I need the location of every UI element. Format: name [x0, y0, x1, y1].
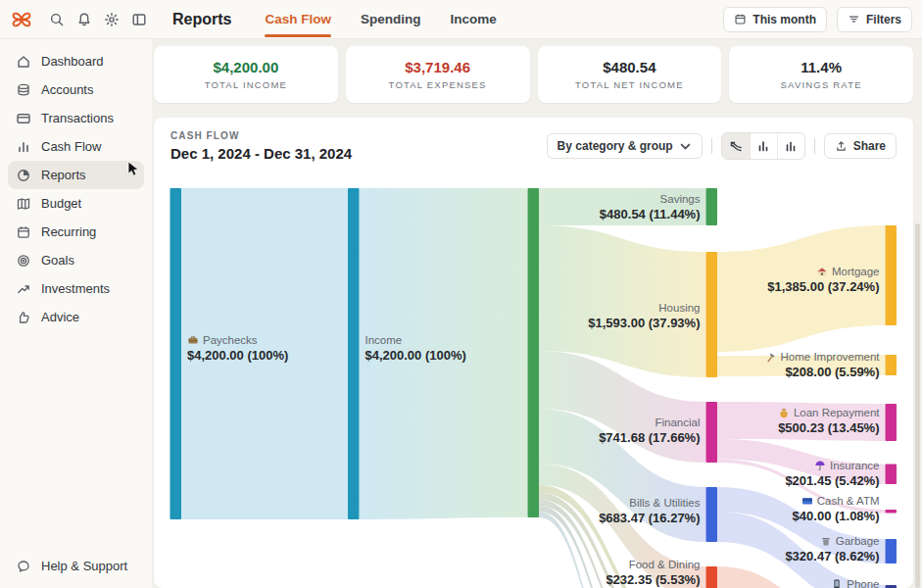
- filters-button[interactable]: Filters: [837, 7, 912, 32]
- sidebar-item-label: Advice: [41, 310, 79, 324]
- sankey-node-paychecks[interactable]: [170, 188, 182, 519]
- sidebar-item-help-support[interactable]: Help & Support: [8, 552, 144, 580]
- tab-cash-flow[interactable]: Cash Flow: [265, 0, 331, 39]
- sidebar-item-dashboard[interactable]: Dashboard: [8, 47, 144, 75]
- sidebar-item-budget[interactable]: Budget: [8, 189, 144, 218]
- credit-card-icon: [16, 111, 31, 126]
- chart-controls: By category & group: [547, 132, 897, 160]
- sidebar-item-label: Cash Flow: [41, 139, 101, 154]
- sankey-link-split-savings[interactable]: [539, 188, 706, 225]
- chevron-down-icon: [679, 140, 692, 153]
- gear-icon[interactable]: [104, 12, 120, 27]
- sankey-icon: [729, 139, 743, 153]
- divider: [711, 138, 712, 154]
- sidebar-item-label: Goals: [41, 253, 74, 268]
- search-icon[interactable]: [49, 12, 65, 27]
- sidebar-item-cash-flow[interactable]: Cash Flow: [8, 132, 144, 161]
- stat-label: TOTAL NET INCOME: [575, 79, 684, 90]
- sidebar-item-label: Transactions: [41, 111, 114, 125]
- stat-value: $480.54: [603, 59, 655, 75]
- tab-spending[interactable]: Spending: [361, 0, 421, 39]
- filters-label: Filters: [866, 13, 901, 26]
- panel-toggle-icon[interactable]: [131, 12, 147, 27]
- trend-up-icon: [16, 281, 31, 297]
- filter-icon: [848, 13, 860, 25]
- cash-flow-header: CASH FLOW Dec 1, 2024 - Dec 31, 2024: [170, 130, 352, 162]
- sankey-node-home_improvement[interactable]: [886, 355, 898, 375]
- tab-income[interactable]: Income: [450, 0, 496, 39]
- topbar-icons: [49, 12, 147, 27]
- stat-card-total-net-income: $480.54 TOTAL NET INCOME: [538, 46, 722, 103]
- sankey-node-cash_atm[interactable]: [886, 510, 898, 514]
- sankey-node-food[interactable]: [706, 566, 718, 588]
- sankey-link-income-split[interactable]: [360, 188, 528, 519]
- sidebar-item-investments[interactable]: Investments: [8, 274, 144, 303]
- bell-icon[interactable]: [76, 12, 92, 27]
- cash-flow-sankey-chart[interactable]: [157, 181, 916, 588]
- sidebar-item-recurring[interactable]: Recurring: [8, 218, 144, 246]
- summary-cards: $4,200.00 TOTAL INCOME $3,719.46 TOTAL E…: [154, 46, 913, 103]
- sankey-node-insurance[interactable]: [886, 465, 898, 485]
- sankey-node-savings[interactable]: [706, 188, 718, 225]
- chat-bubble-icon: [16, 559, 31, 574]
- thumbs-up-icon: [16, 310, 31, 325]
- bar-chart-view-button[interactable]: [750, 133, 777, 159]
- topbar: Reports Cash Flow Spending Income This m…: [0, 0, 922, 39]
- share-icon: [835, 140, 848, 153]
- layers-icon: [16, 82, 31, 98]
- sankey-node-loan_repayment[interactable]: [886, 404, 898, 441]
- target-icon: [16, 253, 31, 269]
- stacked-bar-view-button[interactable]: [777, 133, 804, 159]
- date-range-button[interactable]: This month: [723, 7, 827, 32]
- sankey-link-financial-loan_repayment[interactable]: [717, 402, 886, 441]
- sankey-view-button[interactable]: [722, 133, 750, 159]
- stat-label: SAVINGS RATE: [781, 79, 862, 90]
- sankey-node-garbage[interactable]: [886, 539, 898, 564]
- stacked-bar-icon: [784, 139, 798, 153]
- divider: [814, 138, 815, 154]
- calendar-icon: [16, 224, 31, 240]
- sidebar-item-label: Investments: [41, 281, 110, 296]
- sidebar-item-label: Budget: [41, 196, 81, 211]
- group-by-label: By category & group: [558, 139, 673, 153]
- sidebar-item-label: Accounts: [41, 82, 93, 97]
- sankey-node-split[interactable]: [528, 188, 540, 517]
- sidebar-item-accounts[interactable]: Accounts: [8, 75, 144, 104]
- topbar-actions: This month Filters: [723, 7, 922, 32]
- sankey-node-income[interactable]: [348, 188, 360, 519]
- sankey-link-housing-mortgage[interactable]: [717, 225, 886, 352]
- sidebar-item-goals[interactable]: Goals: [8, 246, 144, 274]
- chart-type-switcher: [721, 132, 805, 160]
- sankey-link-paychecks-income[interactable]: [181, 188, 348, 519]
- bar-chart-icon: [16, 139, 31, 155]
- bar-chart-icon: [756, 139, 770, 153]
- stat-card-savings-rate: 11.4% SAVINGS RATE: [729, 46, 913, 103]
- sidebar-item-reports[interactable]: Reports: [8, 161, 144, 189]
- stat-card-total-expenses: $3,719.46 TOTAL EXPENSES: [346, 46, 530, 103]
- app-logo-icon[interactable]: [10, 8, 33, 31]
- sidebar-item-label: Dashboard: [41, 54, 104, 69]
- date-range-title: Dec 1, 2024 - Dec 31, 2024: [170, 145, 352, 162]
- sankey-node-bills[interactable]: [706, 487, 718, 542]
- scrollbar-thumb[interactable]: [915, 223, 920, 588]
- calendar-icon: [734, 13, 747, 25]
- stat-value: $3,719.46: [405, 59, 470, 75]
- sankey-node-mortgage[interactable]: [886, 225, 898, 325]
- report-tabs: Cash Flow Spending Income: [265, 0, 496, 39]
- group-by-dropdown[interactable]: By category & group: [547, 133, 703, 159]
- stat-label: TOTAL INCOME: [205, 79, 287, 90]
- sankey-link-housing-home_improvement[interactable]: [717, 355, 886, 376]
- sidebar-item-transactions[interactable]: Transactions: [8, 104, 144, 132]
- map-icon: [16, 196, 31, 212]
- stat-card-total-income: $4,200.00 TOTAL INCOME: [154, 46, 338, 103]
- stat-value: 11.4%: [801, 59, 842, 75]
- sidebar-item-advice[interactable]: Advice: [8, 303, 144, 331]
- share-button[interactable]: Share: [824, 133, 897, 159]
- sankey-node-housing[interactable]: [706, 252, 718, 377]
- sidebar-item-label: Recurring: [41, 224, 96, 239]
- home-icon: [16, 54, 31, 70]
- stat-label: TOTAL EXPENSES: [389, 79, 487, 90]
- sidebar: Dashboard Accounts Transactions Cash Flo…: [0, 39, 152, 588]
- date-range-label: This month: [752, 13, 816, 26]
- sankey-node-financial[interactable]: [706, 402, 718, 463]
